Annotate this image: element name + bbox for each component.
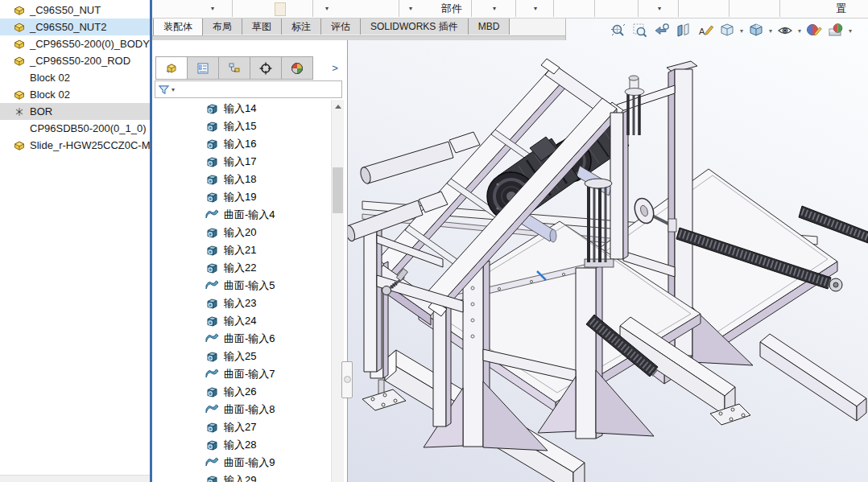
commandmanager-tab[interactable]: SOLIDWORKS 插件 (360, 18, 469, 35)
panel-tab-displaymanager[interactable] (282, 57, 312, 79)
panel-tab-configurationmanager[interactable] (219, 57, 250, 79)
scrollbar-thumb[interactable] (333, 167, 343, 213)
part-icon (13, 4, 27, 17)
component-row[interactable]: BOR (0, 103, 150, 120)
toolbar-button-icon[interactable] (275, 2, 286, 16)
toolbar-dropdown-caret[interactable]: ▾ (211, 6, 214, 12)
imported-body-icon (205, 102, 220, 116)
feature-tree-item[interactable]: 曲面-输入6 (152, 330, 331, 348)
feature-tree-item[interactable]: 输入16 (152, 135, 331, 153)
feature-tree-item[interactable]: 输入27 (152, 418, 331, 436)
part-icon (13, 89, 27, 101)
component-row[interactable]: _CP96S50-200_ROD (0, 52, 150, 69)
feature-tree-item[interactable]: 输入22 (152, 259, 331, 277)
component-label: Slide_r-HGW25CCZ0C-Me (30, 139, 150, 151)
commandmanager-tab[interactable]: 评估 (320, 18, 361, 35)
assembly-3d-model[interactable] (346, 18, 868, 482)
commandmanager-tab[interactable]: 布局 (202, 18, 242, 35)
display-style-button[interactable] (746, 21, 766, 40)
feature-tree-label: 输入24 (224, 314, 256, 328)
previous-view-button[interactable] (652, 21, 672, 40)
feature-tree-item[interactable]: 曲面-输入4 (152, 206, 331, 224)
feature-tree-item[interactable]: 输入20 (152, 224, 331, 241)
section-view-button[interactable] (674, 21, 693, 40)
feature-tree-item[interactable]: 输入15 (152, 117, 331, 135)
feature-tree-item[interactable]: 输入17 (152, 153, 331, 171)
feature-tree-item[interactable]: 曲面-输入5 (152, 277, 331, 295)
feature-tree-item[interactable]: 曲面-输入8 (152, 401, 331, 418)
feature-tree-item[interactable]: 输入14 (152, 100, 331, 117)
feature-tree-item[interactable]: 输入28 (152, 436, 331, 454)
feature-tree-item[interactable]: 输入19 (152, 188, 331, 206)
feature-tree-item[interactable]: 输入21 (152, 241, 331, 259)
feature-tree-item[interactable]: 输入24 (152, 312, 331, 330)
panel-splitter-handle[interactable] (341, 361, 353, 398)
top-toolbar: 部件 置 ▾▾▾▾▾▾ (152, 0, 868, 19)
feature-tree-label: 输入17 (224, 154, 256, 169)
feature-tree-item[interactable]: 输入26 (152, 383, 331, 401)
edit-appearance-button[interactable] (804, 21, 824, 40)
view-orientation-button[interactable] (717, 21, 737, 40)
feature-tree-item[interactable]: 输入29 (152, 472, 331, 482)
component-row[interactable]: _C96S50_NUT2 (0, 19, 150, 35)
component-row[interactable]: Slide_r-HGW25CCZ0C-Me (0, 137, 150, 154)
hide-show-items-caret[interactable]: ▾ (798, 27, 801, 35)
component-row[interactable]: _C96S50_NUT (0, 2, 150, 19)
components-pane-scrollbar[interactable] (0, 475, 150, 482)
feature-tree-label: 输入27 (224, 420, 256, 435)
feature-tree-label: 输入23 (224, 296, 256, 311)
feature-tree-label: 输入14 (224, 101, 256, 116)
feature-tree-item[interactable]: 曲面-输入9 (152, 454, 331, 472)
feature-tree-item[interactable]: 输入23 (152, 295, 331, 312)
toolbar-dropdown-caret[interactable]: ▾ (325, 6, 329, 12)
zoom-to-fit-button[interactable] (609, 21, 628, 40)
filter-caret-icon[interactable]: ▾ (172, 86, 175, 93)
toolbar-dropdown-caret[interactable]: ▾ (409, 6, 412, 12)
model-rail-bottom-right[interactable] (760, 334, 866, 421)
scrollbar-up-button[interactable] (332, 100, 344, 113)
panel-tab-featuremanager-design-tree[interactable] (156, 57, 188, 79)
toolbar-separator (729, 0, 730, 17)
zoom-to-area-button[interactable] (630, 21, 650, 40)
imported-body-icon (205, 226, 220, 240)
3d-drawing-view-button[interactable]: A (696, 21, 715, 40)
component-label: Block 02 (30, 72, 70, 84)
featuremanager-panel: > ▾ 输入14输入15输入16输入17输入18输入19曲面-输入4输入20输入… (152, 40, 348, 482)
tree-scrollbar[interactable] (331, 100, 344, 482)
component-row[interactable]: _CP96S50-200(0)_BODY (0, 35, 150, 52)
graphics-viewport[interactable]: A▾▾▾▾ (346, 18, 868, 482)
panel-tab-dimxpertmanager[interactable] (250, 57, 282, 79)
component-label: Block 02 (30, 89, 70, 101)
panel-expand-button[interactable]: > (329, 60, 341, 76)
apply-scene-button[interactable] (826, 21, 845, 40)
model-actuator-right[interactable] (625, 76, 644, 135)
panel-tab-propertymanager[interactable] (188, 57, 219, 79)
feature-tree-item[interactable]: 曲面-输入7 (152, 365, 331, 383)
component-row[interactable]: Block 02 (0, 86, 150, 103)
commandmanager-tab[interactable]: MBD (468, 18, 510, 35)
imported-body-icon (205, 439, 220, 452)
commandmanager-tab[interactable]: 草图 (242, 18, 282, 35)
feature-tree-item[interactable]: 输入18 (152, 171, 331, 188)
pane-divider[interactable] (150, 0, 152, 482)
tree-filter-input[interactable]: ▾ (155, 80, 342, 98)
commandmanager-tab[interactable]: 装配体 (153, 18, 203, 35)
commandmanager-tab[interactable]: 标注 (281, 18, 321, 35)
apply-scene-caret[interactable]: ▾ (849, 27, 852, 35)
components-pane: _C96S50_NUT_C96S50_NUT2_CP96S50-200(0)_B… (0, 0, 150, 482)
feature-tree-item[interactable]: 输入25 (152, 348, 331, 365)
toolbar-dropdown-caret[interactable]: ▾ (534, 6, 537, 12)
toolbar-dropdown-caret[interactable]: ▾ (658, 6, 661, 12)
placement-toolbar-label: 置 (836, 2, 852, 16)
component-row[interactable]: CP96SDB50-200(0_1_0) (0, 120, 150, 137)
feature-tree-label: 输入28 (224, 438, 256, 452)
feature-tree-label: 输入26 (224, 385, 256, 399)
display-style-caret[interactable]: ▾ (769, 27, 772, 35)
toolbar-dropdown-caret[interactable]: ▾ (493, 6, 496, 12)
feature-tree-label: 输入29 (224, 473, 256, 482)
imported-body-icon (205, 155, 220, 169)
component-label: _CP96S50-200_ROD (30, 55, 130, 67)
hide-show-items-button[interactable] (775, 21, 795, 40)
component-row[interactable]: Block 02 (0, 69, 150, 86)
view-orientation-caret[interactable]: ▾ (740, 27, 743, 35)
